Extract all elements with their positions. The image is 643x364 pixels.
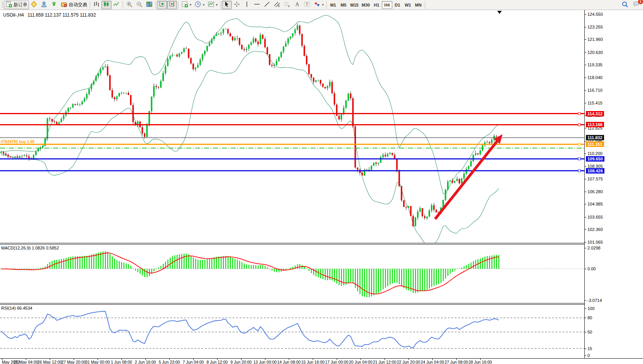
chart-shift-button[interactable] bbox=[167, 1, 177, 9]
resistance-line-1-price-label[interactable]: 114.312 bbox=[586, 111, 604, 116]
axis-tick-mark bbox=[585, 300, 586, 301]
text-label-button[interactable]: T bbox=[302, 1, 312, 9]
chevron-down-icon[interactable]: ▾ bbox=[190, 3, 191, 7]
search-icon bbox=[621, 1, 628, 9]
timeframe-button-D1[interactable]: D1 bbox=[392, 1, 403, 9]
timeframe-button-H4[interactable]: H4 bbox=[382, 1, 392, 9]
time-axis[interactable]: May 202225 May 04:0026 May 12:0027 May 2… bbox=[0, 358, 643, 364]
new-order-icon bbox=[5, 1, 12, 9]
crosshair-button[interactable] bbox=[232, 1, 242, 9]
order-line-label: #7624792 buy 1.00 bbox=[1, 140, 34, 144]
main-toolbar: 新订单 自动交易 ▾▾▾EFAT▾M1M5M15M30H1H4D1W1MN 1 bbox=[0, 0, 643, 10]
axis-tick-mark bbox=[585, 204, 586, 204]
axis-tick-mark bbox=[585, 192, 586, 192]
chart-window: USOil-,H4 111.659 112.137 111.575 111.83… bbox=[0, 10, 643, 364]
timeframe-button-M1[interactable]: M1 bbox=[328, 1, 338, 9]
vertical-line-icon bbox=[243, 1, 250, 9]
vertical-line-button[interactable] bbox=[242, 1, 252, 9]
chart-ohlc-values: 111.659 112.137 111.575 111.832 bbox=[27, 12, 96, 18]
bar-chart-button[interactable] bbox=[91, 1, 101, 9]
arrows-icon bbox=[314, 1, 321, 9]
price-chart-canvas[interactable] bbox=[0, 10, 584, 243]
text-button[interactable]: A bbox=[292, 1, 302, 9]
axis-tick-mark bbox=[585, 332, 586, 332]
zoom-out-button[interactable] bbox=[134, 1, 144, 9]
rsi-indicator-canvas[interactable] bbox=[0, 305, 584, 358]
trendline-button[interactable] bbox=[262, 1, 272, 9]
time-tick-label: 21 Jun 12:00 bbox=[373, 360, 397, 364]
axis-tick-label: 2.0298 bbox=[587, 246, 601, 250]
periods-button[interactable]: ▾ bbox=[193, 1, 206, 9]
fibonacci-button[interactable]: F bbox=[282, 1, 292, 9]
resistance-line-2-price-label[interactable]: 113.166 bbox=[586, 122, 604, 127]
toolbar-separator bbox=[90, 1, 90, 9]
order-open-line-price-label[interactable]: 111.151 bbox=[586, 142, 604, 147]
zoom-in-button[interactable] bbox=[124, 1, 134, 9]
time-tick-label: 24 Jun 04:00 bbox=[421, 360, 444, 364]
auto-trading-label: 自动交易 bbox=[69, 2, 87, 8]
timeframe-button-W1[interactable]: W1 bbox=[403, 1, 413, 9]
bar-chart-icon bbox=[93, 1, 100, 9]
indicators-button[interactable]: ▾ bbox=[180, 1, 193, 9]
time-tick-label: 26 May 12:00 bbox=[37, 360, 62, 364]
tile-windows-button[interactable] bbox=[144, 1, 154, 9]
macd-indicator-canvas[interactable] bbox=[0, 244, 584, 303]
auto-scroll-button[interactable] bbox=[157, 1, 167, 9]
bullish-trend-arrow bbox=[435, 132, 506, 219]
support-line-2-price-label[interactable]: 108.426 bbox=[586, 168, 604, 174]
axis-tick-label: 103.655 bbox=[587, 215, 603, 219]
svg-text:A: A bbox=[295, 2, 300, 7]
axis-tick-label: 101.065 bbox=[587, 240, 603, 244]
new-order-button[interactable]: 新订单 bbox=[4, 1, 29, 9]
auto-trading-button[interactable]: 自动交易 bbox=[59, 1, 89, 9]
axis-tick-mark bbox=[585, 27, 586, 27]
axis-tick-mark bbox=[585, 248, 586, 248]
axis-tick-mark bbox=[585, 39, 586, 40]
templates-icon bbox=[208, 1, 214, 9]
signals-button[interactable] bbox=[49, 1, 59, 9]
notifications-button[interactable]: 1 bbox=[631, 1, 641, 9]
price-axis[interactable]: 124.550123.255121.960120.630119.335118.0… bbox=[585, 10, 643, 358]
chevron-down-icon[interactable]: ▾ bbox=[203, 3, 204, 7]
axis-tick-label: 120.630 bbox=[587, 50, 603, 55]
axis-tick-label: 123.255 bbox=[587, 25, 603, 29]
candlestick-button[interactable] bbox=[101, 1, 111, 9]
axis-tick-mark bbox=[585, 349, 586, 349]
toolbar-grip[interactable] bbox=[2, 2, 3, 8]
time-tick-label: 9 Jun 20:00 bbox=[231, 360, 252, 364]
axis-tick-mark bbox=[585, 179, 586, 179]
axis-tick-label: 121.960 bbox=[587, 37, 603, 42]
timeframe-button-H1[interactable]: H1 bbox=[371, 1, 382, 9]
axis-tick-label: 104.985 bbox=[587, 202, 603, 206]
timeframe-button-M30[interactable]: M30 bbox=[360, 1, 371, 9]
axis-tick-mark bbox=[585, 242, 586, 243]
account-button[interactable] bbox=[39, 1, 49, 9]
support-line-1-price-label[interactable]: 109.650 bbox=[586, 156, 604, 162]
axis-tick-mark bbox=[585, 217, 586, 217]
channel-button[interactable]: E bbox=[272, 1, 282, 9]
time-tick-label: 25 May 04:00 bbox=[14, 360, 38, 364]
arrows-button[interactable]: ▾ bbox=[312, 1, 325, 9]
zoom-in-icon bbox=[126, 1, 133, 9]
timeframe-button-M5[interactable]: M5 bbox=[338, 1, 349, 9]
line-chart-button[interactable] bbox=[111, 1, 122, 9]
chevron-down-icon[interactable]: ▾ bbox=[216, 3, 218, 7]
editor-button[interactable] bbox=[29, 1, 39, 9]
search-button[interactable] bbox=[620, 1, 630, 9]
axis-tick-mark bbox=[585, 166, 586, 167]
auto-scroll-icon bbox=[159, 1, 165, 9]
templates-button[interactable]: ▾ bbox=[206, 1, 219, 9]
time-tick-label: 5 Jun 23:00 bbox=[159, 360, 180, 364]
timeframe-button-M15[interactable]: M15 bbox=[349, 1, 360, 9]
cursor-button[interactable] bbox=[222, 1, 232, 9]
bid-price-line-price-label[interactable]: 111.832 bbox=[586, 135, 604, 140]
axis-tick-mark bbox=[585, 308, 586, 309]
timeframe-button-MN[interactable]: MN bbox=[413, 1, 424, 9]
axis-tick-label: 0 bbox=[587, 353, 590, 358]
zoom-out-icon bbox=[136, 1, 143, 9]
chart-symbol-period: USOil-,H4 bbox=[3, 12, 24, 18]
horizontal-line-button[interactable] bbox=[252, 1, 262, 9]
time-tick-label: 13 Jun 00:00 bbox=[253, 360, 277, 364]
chevron-down-icon[interactable]: ▾ bbox=[322, 3, 324, 7]
axis-tick-label: 115.415 bbox=[587, 101, 602, 105]
